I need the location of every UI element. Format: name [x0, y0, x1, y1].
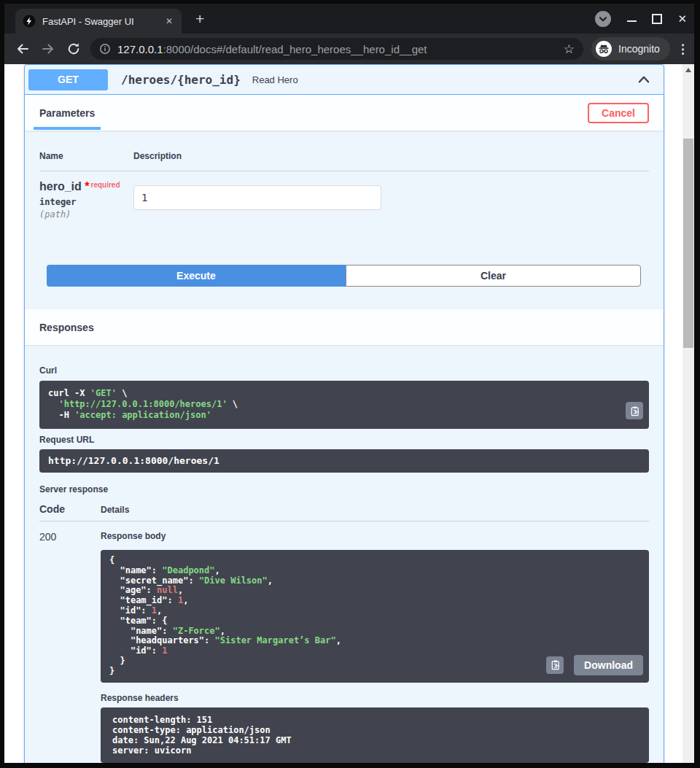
request-url-value: http://127.0.0.1:8000/heroes/1: [39, 449, 649, 473]
parameter-name: hero_id *required: [39, 180, 133, 193]
http-method-badge: GET: [28, 69, 108, 90]
endpoint-summary: Read Hero: [252, 74, 298, 85]
tab-close-icon[interactable]: ✕: [164, 16, 174, 26]
curl-command: curl -X 'GET' \ 'http://127.0.0.1:8000/h…: [39, 381, 649, 429]
url-text: 127.0.0.1:8000/docs#/default/read_hero_h…: [117, 43, 558, 55]
back-icon[interactable]: [15, 42, 30, 56]
response-headers-label: Response headers: [101, 693, 649, 703]
opblock-summary[interactable]: GET /heroes/{hero_id} Read Hero: [25, 65, 664, 95]
server-response-table-head: Code Details: [39, 503, 649, 521]
url-bar[interactable]: 127.0.0.1:8000/docs#/default/read_hero_h…: [90, 38, 583, 60]
response-headers: content-length: 151 content-type: applic…: [101, 707, 649, 763]
cancel-button[interactable]: Cancel: [588, 103, 649, 123]
bookmark-star-icon[interactable]: ☆: [564, 42, 575, 57]
copy-response-icon[interactable]: [546, 656, 564, 674]
execute-button-group: Execute Clear: [47, 265, 641, 287]
download-button[interactable]: Download: [574, 655, 643, 675]
reload-icon[interactable]: [66, 42, 81, 56]
scrollbar-thumb[interactable]: [683, 139, 693, 348]
browser-menu-icon[interactable]: ⋮: [677, 42, 689, 57]
parameter-description-cell: [133, 180, 381, 220]
responses-section-header: Responses: [25, 309, 664, 345]
status-code: 200: [39, 531, 101, 763]
parameters-title: Parameters: [39, 107, 95, 119]
page-scrollbar[interactable]: [682, 64, 694, 763]
response-body-actions: Download: [546, 655, 643, 675]
server-response-row: 200 Response body { "name": "Deadpond", …: [39, 521, 649, 763]
endpoint-path: /heroes/{hero_id}: [121, 73, 241, 87]
tab-bar: FastAPI - Swagger UI ✕ + ✕: [4, 4, 694, 34]
swagger-page: GET /heroes/{hero_id} Read Hero Paramete…: [4, 64, 682, 763]
incognito-badge: Incognito: [591, 37, 670, 61]
tab-title: FastAPI - Swagger UI: [42, 16, 164, 27]
browser-toolbar: 127.0.0.1:8000/docs#/default/read_hero_h…: [4, 34, 694, 64]
request-url-label: Request URL: [39, 435, 649, 445]
column-header-details: Details: [101, 505, 129, 515]
url-host: 127.0.0.1: [117, 43, 163, 55]
parameters-table-head: Name Description: [39, 131, 649, 171]
response-body: { "name": "Deadpond", "secret_name": "Di…: [101, 550, 649, 683]
curl-label: Curl: [39, 365, 649, 376]
collapse-chevron-icon[interactable]: [636, 71, 652, 88]
column-header-description: Description: [133, 151, 182, 161]
column-header-name: Name: [39, 151, 133, 161]
minimize-icon[interactable]: [627, 20, 637, 22]
parameters-tab-underline: [34, 127, 101, 130]
parameter-row: hero_id *required integer (path): [39, 171, 649, 220]
parameter-name-cell: hero_id *required integer (path): [39, 180, 133, 220]
required-star: *: [85, 180, 89, 193]
maximize-icon[interactable]: [652, 14, 662, 24]
forward-icon[interactable]: [41, 42, 55, 56]
column-header-code: Code: [39, 503, 101, 515]
parameter-type: integer: [39, 197, 133, 207]
copy-curl-icon[interactable]: [626, 402, 643, 419]
scroll-up-icon[interactable]: [685, 68, 691, 72]
execute-button[interactable]: Execute: [47, 265, 346, 287]
browser-tab[interactable]: FastAPI - Swagger UI ✕: [15, 9, 182, 34]
response-body-label: Response body: [101, 531, 649, 541]
window-controls: ✕: [594, 10, 687, 28]
browser-update-icon[interactable]: [594, 10, 612, 28]
parameters-table: Name Description hero_id *required integ…: [39, 131, 649, 220]
parameter-location: (path): [39, 209, 133, 220]
new-tab-icon[interactable]: +: [195, 10, 204, 28]
incognito-label: Incognito: [618, 43, 660, 55]
browser-window: FastAPI - Swagger UI ✕ + ✕ 127.0.0.1:: [0, 0, 700, 768]
hero-id-input[interactable]: [133, 185, 381, 210]
parameters-section-header: Parameters Cancel: [25, 95, 664, 131]
page-info-icon[interactable]: [99, 43, 111, 55]
responses-inner: Curl curl -X 'GET' \ 'http://127.0.0.1:8…: [25, 345, 664, 763]
incognito-icon: [595, 40, 612, 58]
server-response-label: Server response: [39, 484, 649, 494]
clear-button[interactable]: Clear: [346, 265, 641, 287]
required-label: required: [90, 181, 120, 189]
responses-title: Responses: [39, 322, 94, 333]
fastapi-favicon-icon: [23, 15, 36, 28]
window-close-icon[interactable]: ✕: [677, 12, 687, 26]
opblock-get-heroes: GET /heroes/{hero_id} Read Hero Paramete…: [24, 64, 664, 763]
url-path: :8000/docs#/default/read_hero_heroes__he…: [163, 43, 427, 55]
response-details-cell: Response body { "name": "Deadpond", "sec…: [101, 531, 649, 763]
